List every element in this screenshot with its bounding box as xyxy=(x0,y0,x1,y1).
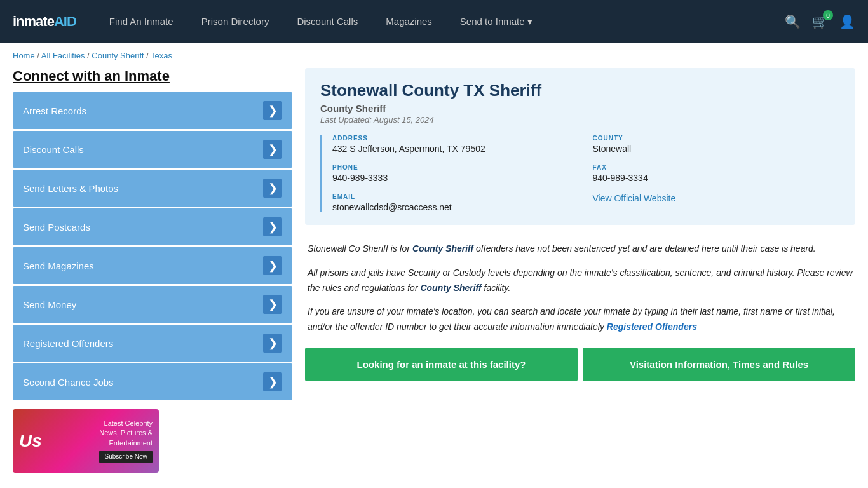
sidebar-item-label: Arrest Records xyxy=(23,105,86,116)
nav-links: Find An Inmate Prison Directory Discount… xyxy=(95,0,785,43)
county-label: COUNTY xyxy=(593,135,841,142)
fax-group: FAX 940-989-3334 xyxy=(593,164,841,183)
looking-for-inmate-button[interactable]: Looking for an inmate at this facility? xyxy=(305,348,578,381)
nav-find-inmate[interactable]: Find An Inmate xyxy=(95,0,187,43)
nav-right: 🔍 🛒 0 👤 xyxy=(785,14,855,29)
sidebar-item-registered-offenders[interactable]: Registered Offenders ❯ xyxy=(13,325,292,362)
sidebar-item-label: Discount Calls xyxy=(23,144,84,155)
phone-label: PHONE xyxy=(332,164,580,171)
arrow-icon: ❯ xyxy=(263,140,282,159)
breadcrumb-home[interactable]: Home xyxy=(13,51,35,60)
breadcrumb-all-facilities[interactable]: All Facilities xyxy=(41,51,85,60)
ad-text: Latest Celebrity News, Pictures & Entert… xyxy=(99,419,153,463)
registered-offenders-link[interactable]: Registered Offenders xyxy=(607,322,697,332)
advertisement[interactable]: Us Latest Celebrity News, Pictures & Ent… xyxy=(13,409,159,473)
facility-name: Stonewall County TX Sheriff xyxy=(320,81,840,100)
nav-prison-directory[interactable]: Prison Directory xyxy=(187,0,283,43)
phone-group: PHONE 940-989-3333 xyxy=(332,164,580,183)
content-area: Stonewall County TX Sheriff County Sheri… xyxy=(305,68,855,473)
description-para3: If you are unsure of your inmate's locat… xyxy=(308,304,853,335)
arrow-icon: ❯ xyxy=(263,334,282,353)
sidebar-item-label: Send Magazines xyxy=(23,261,94,271)
description-para1: Stonewall Co Sheriff is for County Sheri… xyxy=(308,241,853,257)
visitation-info-button[interactable]: Visitation Information, Times and Rules xyxy=(583,348,855,381)
nav-magazines[interactable]: Magazines xyxy=(372,0,446,43)
sidebar-item-send-money[interactable]: Send Money ❯ xyxy=(13,286,292,323)
arrow-icon: ❯ xyxy=(263,217,282,236)
sidebar-item-label: Send Postcards xyxy=(23,222,90,233)
site-logo[interactable]: inmateAID xyxy=(13,13,76,30)
facility-last-updated: Last Updated: August 15, 2024 xyxy=(320,115,840,125)
facility-type: County Sheriff xyxy=(320,103,840,114)
address-value: 432 S Jefferson, Aspermont, TX 79502 xyxy=(332,144,580,154)
email-group: EMAIL stonewallcdsd@srcaccess.net xyxy=(332,193,580,212)
facility-card: Stonewall County TX Sheriff County Sheri… xyxy=(305,68,855,225)
sidebar-title: Connect with an Inmate xyxy=(13,68,292,85)
arrow-icon: ❯ xyxy=(263,256,282,275)
sidebar-item-send-letters[interactable]: Send Letters & Photos ❯ xyxy=(13,170,292,207)
sidebar-item-send-postcards[interactable]: Send Postcards ❯ xyxy=(13,208,292,245)
arrow-icon: ❯ xyxy=(263,101,282,120)
sidebar-item-send-magazines[interactable]: Send Magazines ❯ xyxy=(13,247,292,284)
cart-container[interactable]: 🛒 0 xyxy=(812,14,828,29)
main-container: Connect with an Inmate Arrest Records ❯ … xyxy=(0,68,868,485)
sidebar-item-label: Send Letters & Photos xyxy=(23,183,118,194)
sidebar: Connect with an Inmate Arrest Records ❯ … xyxy=(13,68,292,473)
bottom-buttons: Looking for an inmate at this facility? … xyxy=(305,348,855,381)
county-group: COUNTY Stonewall xyxy=(593,135,841,154)
address-label: ADDRESS xyxy=(332,135,580,142)
view-website-link[interactable]: View Official Website xyxy=(593,193,676,203)
breadcrumb-texas[interactable]: Texas xyxy=(151,51,172,60)
phone-value: 940-989-3333 xyxy=(332,173,580,183)
sidebar-item-label: Send Money xyxy=(23,299,76,310)
county-sheriff-bold2: County Sheriff xyxy=(420,283,481,293)
arrow-icon: ❯ xyxy=(263,179,282,198)
nav-discount-calls[interactable]: Discount Calls xyxy=(283,0,372,43)
address-group: ADDRESS 432 S Jefferson, Aspermont, TX 7… xyxy=(332,135,580,154)
cart-badge-count: 0 xyxy=(823,10,833,20)
email-label: EMAIL xyxy=(332,193,580,200)
facility-description: Stonewall Co Sheriff is for County Sheri… xyxy=(305,235,855,341)
breadcrumb: Home / All Facilities / County Sheriff /… xyxy=(0,43,868,68)
ad-logo: Us xyxy=(19,431,42,451)
user-icon[interactable]: 👤 xyxy=(839,14,855,29)
search-icon[interactable]: 🔍 xyxy=(785,14,801,29)
sidebar-item-second-chance-jobs[interactable]: Second Chance Jobs ❯ xyxy=(13,363,292,400)
sidebar-item-label: Registered Offenders xyxy=(23,338,113,349)
sidebar-item-label: Second Chance Jobs xyxy=(23,377,114,388)
email-value: stonewallcdsd@srcaccess.net xyxy=(332,202,580,212)
county-value: Stonewall xyxy=(593,144,841,154)
fax-value: 940-989-3334 xyxy=(593,173,841,183)
nav-send-to-inmate[interactable]: Send to Inmate ▾ xyxy=(446,0,546,43)
arrow-icon: ❯ xyxy=(263,372,282,391)
sidebar-item-arrest-records[interactable]: Arrest Records ❯ xyxy=(13,92,292,129)
county-sheriff-bold: County Sheriff xyxy=(412,243,473,254)
facility-details: ADDRESS 432 S Jefferson, Aspermont, TX 7… xyxy=(320,135,840,212)
arrow-icon: ❯ xyxy=(263,295,282,314)
website-group: View Official Website xyxy=(593,193,841,212)
breadcrumb-county-sheriff[interactable]: County Sheriff xyxy=(92,51,144,60)
fax-label: FAX xyxy=(593,164,841,171)
navbar: inmateAID Find An Inmate Prison Director… xyxy=(0,0,868,43)
ad-subscribe-button[interactable]: Subscribe Now xyxy=(99,451,153,463)
description-para2: All prisons and jails have Security or C… xyxy=(308,266,853,296)
sidebar-item-discount-calls[interactable]: Discount Calls ❯ xyxy=(13,131,292,168)
